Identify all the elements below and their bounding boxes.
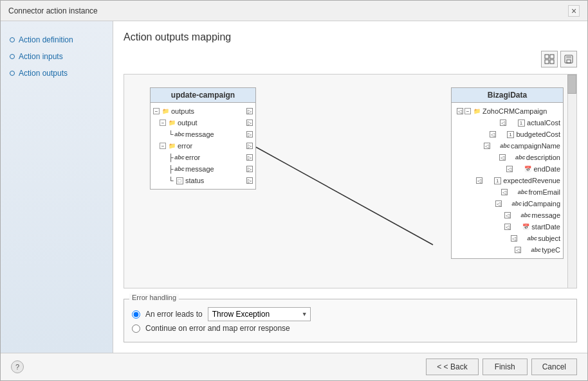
output-port: ▷ xyxy=(246,154,253,161)
input-port: ◁ xyxy=(495,200,502,207)
num-icon: 1 xyxy=(517,118,526,127)
output-port: ▷ xyxy=(246,120,253,126)
error-action-dropdown[interactable]: Throw Exception Continue Ignore xyxy=(208,307,311,321)
right-box-header: BizagiData xyxy=(452,88,563,103)
sidebar-item-action-inputs[interactable]: Action inputs xyxy=(7,51,106,62)
main-content: Action outputs mapping xyxy=(113,21,587,353)
dialog-title: Connector action instance xyxy=(8,6,98,15)
node-label: output xyxy=(178,119,198,127)
node-label: description xyxy=(526,154,560,161)
sidebar-item-label: Action inputs xyxy=(19,52,63,61)
tree-row: ◁ − 📁 ZohoCRMCampaign xyxy=(452,105,563,117)
finish-button[interactable]: Finish xyxy=(482,359,528,375)
node-label: message xyxy=(185,165,214,173)
tree-row: └ abc message ▷ xyxy=(151,128,255,140)
abc-icon: abc xyxy=(531,245,540,254)
node-label: status xyxy=(185,177,204,184)
error-handling-section: Error handling An error leads to Throw E… xyxy=(124,299,577,342)
expand-icon[interactable]: − xyxy=(160,120,166,126)
folder-data-icon: 📁 xyxy=(472,107,481,116)
output-port: ▷ xyxy=(246,131,253,137)
output-port: ▷ xyxy=(246,108,253,114)
abc-icon: abc xyxy=(512,199,521,208)
close-button[interactable]: × xyxy=(568,5,580,17)
error-radio-2[interactable] xyxy=(132,324,140,333)
expand-icon[interactable]: − xyxy=(153,108,160,114)
tree-row: ◁ 1 budgetedCost xyxy=(452,128,563,140)
node-label: outputs xyxy=(171,107,194,115)
abc-icon: abc xyxy=(516,153,525,162)
node-label: expectedRevenue xyxy=(503,177,560,184)
input-port: ◁ xyxy=(457,108,463,114)
input-port: ◁ xyxy=(500,120,506,126)
help-button[interactable]: ? xyxy=(11,360,24,373)
svg-rect-1 xyxy=(550,55,554,58)
footer-buttons: < < Back Finish Cancel xyxy=(426,359,577,375)
back-button[interactable]: < < Back xyxy=(426,359,478,375)
toolbar xyxy=(124,51,577,67)
sidebar-bullet xyxy=(10,71,15,76)
expand-toolbar-button[interactable] xyxy=(541,51,558,67)
field-icon: □ xyxy=(175,176,184,185)
folder-icon: 📁 xyxy=(161,107,170,116)
tree-row: └ □ status ▷ xyxy=(151,175,255,186)
page-title: Action outputs mapping xyxy=(124,31,577,43)
tree-row: ◁ 1 expectedRevenue xyxy=(452,175,563,186)
input-port: ◁ xyxy=(504,224,511,230)
node-label: error xyxy=(185,154,200,161)
right-tree-box: BizagiData ◁ − 📁 ZohoCRMCampaign ◁ xyxy=(451,87,564,259)
node-label: actualCost xyxy=(527,119,560,127)
sidebar-item-label: Action outputs xyxy=(19,69,68,78)
output-port: ▷ xyxy=(246,177,253,184)
node-label: startDate xyxy=(531,223,560,231)
left-box-header: update-campaign xyxy=(151,88,255,103)
num-icon: 1 xyxy=(493,176,502,185)
mapping-canvas: update-campaign − 📁 outputs ▷ − xyxy=(124,75,576,280)
scrollbar-thumb[interactable] xyxy=(567,75,576,94)
abc-icon: abc xyxy=(175,164,184,173)
tree-row: ├ abc message ▷ xyxy=(151,163,255,175)
tree-row: ◁ abc typeC xyxy=(452,244,563,256)
tree-row: − 📁 error ▷ xyxy=(151,140,255,152)
tree-row: ◁ 📅 startDate xyxy=(452,221,563,233)
input-port: ◁ xyxy=(484,143,490,149)
sidebar-item-label: Action definition xyxy=(19,35,73,44)
dialog: Connector action instance × Action defin… xyxy=(0,0,588,381)
num-icon: 1 xyxy=(506,130,515,139)
left-box-content: − 📁 outputs ▷ − 📁 output ▷ xyxy=(151,103,255,189)
input-port: ◁ xyxy=(490,131,496,137)
expand-icon[interactable]: − xyxy=(464,108,471,114)
node-label: budgetedCost xyxy=(517,130,561,138)
error-radio-1-label: An error leads to xyxy=(145,310,203,319)
svg-line-7 xyxy=(256,147,433,245)
cancel-button[interactable]: Cancel xyxy=(531,359,577,375)
sidebar-item-action-outputs[interactable]: Action outputs xyxy=(7,67,106,79)
input-port: ◁ xyxy=(501,189,508,195)
error-radio-1[interactable] xyxy=(132,310,140,319)
tree-row: ◁ abc campaignName xyxy=(452,140,563,152)
sidebar-bullet xyxy=(10,37,15,42)
date-icon: 📅 xyxy=(523,164,532,173)
dialog-footer: ? < < Back Finish Cancel xyxy=(1,353,587,380)
tree-row: ◁ abc fromEmail xyxy=(452,186,563,198)
input-port: ◁ xyxy=(515,247,521,253)
expand-icon[interactable]: − xyxy=(160,143,166,149)
output-port: ▷ xyxy=(246,166,253,172)
folder-icon: 📁 xyxy=(167,141,176,150)
sidebar-item-action-definition[interactable]: Action definition xyxy=(7,34,106,46)
abc-icon: abc xyxy=(501,141,510,150)
abc-icon: abc xyxy=(528,234,537,243)
tree-row: ◁ abc message xyxy=(452,209,563,221)
node-label: ZohoCRMCampaign xyxy=(482,107,547,115)
save-toolbar-button[interactable] xyxy=(560,51,577,67)
sidebar: Action definition Action inputs Action o… xyxy=(1,21,113,353)
node-label: message xyxy=(185,130,214,138)
scrollbar-track[interactable] xyxy=(567,75,576,288)
svg-rect-6 xyxy=(567,60,571,63)
tree-row: ◁ 1 actualCost xyxy=(452,117,563,128)
tree-row: ◁ abc idCampaing xyxy=(452,198,563,209)
abc-icon: abc xyxy=(175,153,184,162)
input-port: ◁ xyxy=(476,177,482,184)
folder-icon: 📁 xyxy=(167,118,176,127)
tree-row: ◁ abc description xyxy=(452,152,563,163)
